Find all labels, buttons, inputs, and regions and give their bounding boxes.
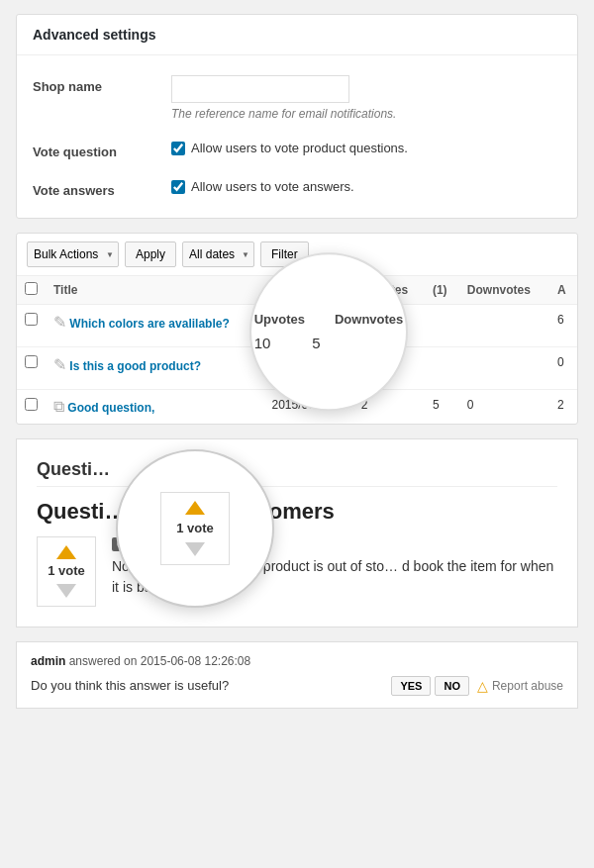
preview-partial-title-bar: Questi… bbox=[37, 459, 557, 487]
row2-downvotes bbox=[459, 347, 549, 390]
row3-title-cell: ⧉ Good question, bbox=[46, 390, 263, 425]
shop-name-value: The reference name for email notificatio… bbox=[171, 75, 561, 121]
magnifier2-overlay: 1 vote bbox=[116, 449, 274, 608]
bulk-actions-select[interactable]: Bulk Actions bbox=[27, 241, 119, 267]
admin-label: admin bbox=[31, 654, 65, 668]
mag2-vote-down[interactable] bbox=[185, 542, 205, 556]
preview-partial-title: Questi… bbox=[37, 459, 110, 479]
row3-col4: 5 bbox=[425, 390, 459, 425]
vote-answers-checkbox[interactable] bbox=[171, 180, 185, 194]
row1-downvotes bbox=[459, 305, 549, 347]
settings-table: Shop name The reference name for email n… bbox=[17, 55, 577, 218]
vote-box: 1 vote bbox=[37, 536, 96, 607]
row1-title-link[interactable]: Which colors are avalilable? bbox=[69, 317, 229, 331]
comment-icon: ✎ bbox=[53, 313, 66, 332]
preview-panel: Questi… Questi… rs of the customers 1 vo… bbox=[16, 438, 578, 627]
magnifier-upvotes-val: 10 bbox=[254, 335, 271, 351]
vote-answers-value: Allow users to vote answers. bbox=[171, 179, 561, 194]
row2-checkbox[interactable] bbox=[25, 355, 38, 368]
col-downvotes: Downvotes bbox=[459, 276, 549, 305]
magnifier-values: 10 5 bbox=[254, 335, 404, 351]
magnifier-inner: Upvotes Downvotes 10 5 bbox=[254, 312, 404, 351]
row2-answers: 0 bbox=[549, 347, 577, 390]
vote-answers-row: Vote answers Allow users to vote answers… bbox=[17, 169, 577, 208]
col-title: Title bbox=[46, 276, 263, 305]
row2-col4 bbox=[425, 347, 459, 390]
magnifier-header: Upvotes Downvotes bbox=[254, 312, 404, 327]
row1-checkbox[interactable] bbox=[25, 313, 38, 326]
answer-actions: YES NO △ Report abuse bbox=[391, 676, 563, 696]
answer-panel: admin answered on 2015-06-08 12:26:08 Do… bbox=[16, 641, 578, 709]
no-button[interactable]: NO bbox=[435, 676, 469, 696]
row2-title-link[interactable]: Is this a good product? bbox=[69, 359, 201, 373]
magnifier-overlay: Upvotes Downvotes 10 5 bbox=[249, 252, 408, 411]
report-abuse-link[interactable]: △ Report abuse bbox=[477, 678, 563, 694]
bulk-actions-wrapper[interactable]: Bulk Actions bbox=[27, 241, 119, 267]
vote-question-row: Vote question Allow users to vote produc… bbox=[17, 131, 577, 169]
table-panel: Bulk Actions Apply All dates Filter Titl… bbox=[16, 233, 578, 425]
preview-full-title: Questi… rs of the customers bbox=[37, 499, 557, 525]
vote-down-arrow[interactable] bbox=[56, 584, 76, 598]
row3-downvotes: 0 bbox=[459, 390, 549, 425]
row3-title-link[interactable]: Good question, bbox=[67, 401, 154, 415]
shop-name-input[interactable] bbox=[171, 75, 349, 103]
row2-title-cell: ✎ Is this a good product? bbox=[46, 347, 263, 390]
shop-name-label: Shop name bbox=[33, 75, 171, 94]
vote-question-checkbox-label[interactable]: Allow users to vote product questions. bbox=[171, 141, 561, 155]
vote-question-label: Vote question bbox=[33, 141, 171, 159]
copy-icon: ⧉ bbox=[53, 398, 64, 416]
shop-name-hint: The reference name for email notificatio… bbox=[171, 107, 561, 121]
all-dates-select[interactable]: All dates bbox=[182, 241, 254, 267]
mag2-vote-count: 1 vote bbox=[176, 521, 214, 537]
magnifier-upvotes-label: Upvotes bbox=[254, 312, 305, 327]
vote-count: 1 vote bbox=[48, 563, 85, 580]
apply-button[interactable]: Apply bbox=[125, 241, 176, 267]
vote-question-checkbox[interactable] bbox=[171, 142, 185, 155]
vote-answers-text: Allow users to vote answers. bbox=[191, 179, 354, 194]
vote-question-text: Allow users to vote product questions. bbox=[191, 141, 408, 155]
vote-up-arrow[interactable] bbox=[56, 545, 76, 559]
shop-name-row: Shop name The reference name for email n… bbox=[17, 65, 577, 131]
col-answers: A bbox=[549, 276, 577, 305]
advanced-settings-title: Advanced settings bbox=[17, 15, 577, 55]
row1-title-cell: ✎ Which colors are avalilable? bbox=[46, 305, 263, 347]
report-label: Report abuse bbox=[492, 679, 563, 693]
preview-content: 1 vote Q Answ stock? No, it isn't, but w… bbox=[37, 536, 557, 607]
warning-icon: △ bbox=[477, 678, 488, 694]
answer-meta: admin answered on 2015-06-08 12:26:08 bbox=[31, 654, 563, 668]
mag2-vote-box: 1 vote bbox=[160, 492, 230, 566]
col-upvotes-extra: (1) bbox=[425, 276, 459, 305]
comment-icon: ✎ bbox=[53, 355, 66, 374]
row2-checkbox-cell bbox=[17, 347, 46, 390]
magnifier-downvotes-label: Downvotes bbox=[335, 312, 403, 327]
magnifier-downvotes-val: 5 bbox=[312, 335, 320, 351]
vote-answers-checkbox-label[interactable]: Allow users to vote answers. bbox=[171, 179, 561, 194]
row3-answers: 2 bbox=[549, 390, 577, 425]
vote-buttons: YES NO bbox=[391, 676, 469, 696]
vote-answers-label: Vote answers bbox=[33, 179, 171, 198]
yes-button[interactable]: YES bbox=[391, 676, 431, 696]
row1-answers: 6 bbox=[549, 305, 577, 347]
advanced-settings-panel: Advanced settings Shop name The referenc… bbox=[16, 14, 578, 219]
answer-question-text: Do you think this answer is useful? bbox=[31, 678, 229, 693]
all-dates-wrapper[interactable]: All dates bbox=[182, 241, 254, 267]
row1-col4 bbox=[425, 305, 459, 347]
vote-question-value: Allow users to vote product questions. bbox=[171, 141, 561, 155]
row3-checkbox-cell bbox=[17, 390, 46, 425]
select-all-checkbox[interactable] bbox=[25, 282, 38, 295]
row1-checkbox-cell bbox=[17, 305, 46, 347]
answered-meta: answered on 2015-06-08 12:26:08 bbox=[69, 654, 250, 668]
mag2-vote-up[interactable] bbox=[185, 501, 205, 515]
col-checkbox bbox=[17, 276, 46, 305]
answer-question-row: Do you think this answer is useful? YES … bbox=[31, 676, 563, 696]
row3-checkbox[interactable] bbox=[25, 398, 38, 411]
